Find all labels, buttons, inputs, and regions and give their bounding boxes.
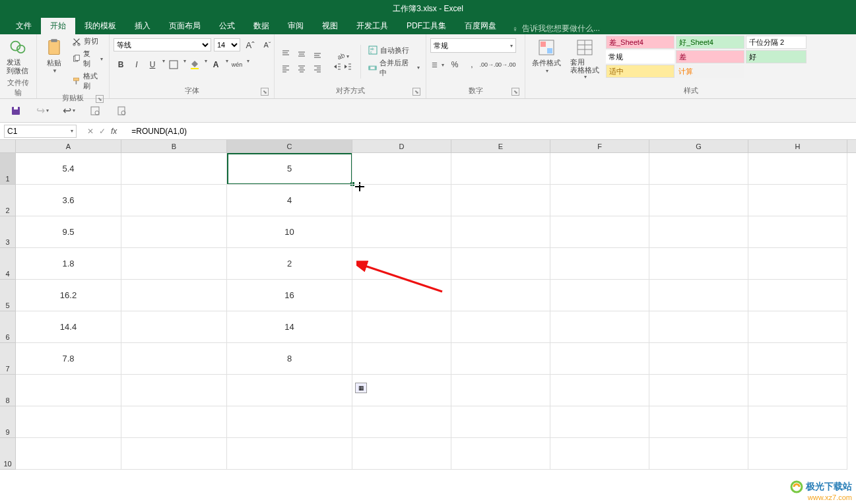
cell-H8[interactable] [748,375,847,406]
align-top-button[interactable] [279,47,293,61]
cell-G6[interactable] [649,311,748,343]
tab-layout[interactable]: 页面布局 [160,18,210,34]
cell-E3[interactable] [451,216,550,248]
cancel-formula-button[interactable]: ✕ [87,127,94,136]
style-normal[interactable]: 常规 [606,50,675,63]
name-box[interactable]: C1 ▾ [4,125,77,138]
col-header-E[interactable]: E [451,140,550,152]
increase-font-button[interactable]: Aˆ [243,38,257,51]
cell-E7[interactable] [451,343,550,375]
tab-developer[interactable]: 开发工具 [347,18,397,34]
row-header-7[interactable]: 7 [0,343,16,375]
cell-G5[interactable] [649,280,748,311]
cell-G2[interactable] [649,185,748,216]
undo-button[interactable]: ↩▾ [62,104,75,117]
col-header-H[interactable]: H [748,140,847,152]
align-middle-button[interactable] [294,47,309,61]
border-button[interactable] [166,58,181,71]
tab-view[interactable]: 视图 [313,18,347,34]
accept-formula-button[interactable]: ✓ [99,127,106,136]
cell-C8[interactable] [227,375,352,406]
row-header-1[interactable]: 1 [0,153,16,185]
cell-G8[interactable] [649,375,748,406]
cell-D8[interactable] [352,375,451,406]
cell-B7[interactable] [121,343,227,375]
cell-A9[interactable] [16,406,121,438]
tab-insert[interactable]: 插入 [125,18,160,34]
row-header-2[interactable]: 2 [0,185,16,216]
cell-G3[interactable] [649,216,748,248]
format-painter-button[interactable]: 格式刷 [70,71,105,92]
fx-button[interactable]: fx [111,127,117,136]
cell-H6[interactable] [748,311,847,343]
cell-H7[interactable] [748,343,847,375]
style-bad[interactable]: 差_Sheet4 [606,36,675,49]
cell-B10[interactable] [121,438,227,470]
cell-A3[interactable]: 9.5 [16,216,121,248]
tab-data[interactable]: 数据 [244,18,279,34]
col-header-B[interactable]: B [121,140,227,152]
cell-B9[interactable] [121,406,227,438]
cell-H5[interactable] [748,280,847,311]
align-right-button[interactable] [310,62,325,75]
cell-C3[interactable]: 10 [227,216,352,248]
cell-A1[interactable]: 5.4 [16,153,121,185]
cell-B4[interactable] [121,248,227,280]
cell-E8[interactable] [451,375,550,406]
cell-D3[interactable] [352,216,451,248]
cell-D2[interactable] [352,185,451,216]
table-format-button[interactable]: 套用 表格格式▾ [568,36,602,81]
cells-area[interactable]: ▦ 5.453.649.5101.8216.21614.4147.88 [16,153,847,496]
cell-A6[interactable]: 14.4 [16,311,121,343]
cell-A2[interactable]: 3.6 [16,185,121,216]
style-neutral[interactable]: 适中 [606,65,675,78]
cell-H2[interactable] [748,185,847,216]
row-header-3[interactable]: 3 [0,216,16,248]
cell-B2[interactable] [121,185,227,216]
align-launcher[interactable]: ⬊ [412,88,420,96]
cell-F5[interactable] [550,280,649,311]
cell-G9[interactable] [649,406,748,438]
cell-D9[interactable] [352,406,451,438]
font-size-select[interactable]: 14 [214,38,240,51]
number-format-select[interactable]: 常规 ▾ [430,38,516,53]
cell-H3[interactable] [748,216,847,248]
qat-btn-1[interactable] [88,104,102,117]
number-launcher[interactable]: ⬊ [511,88,519,96]
tab-formulas[interactable]: 公式 [210,18,244,34]
cell-F6[interactable] [550,311,649,343]
align-left-button[interactable] [279,62,293,75]
cell-B6[interactable] [121,311,227,343]
cell-C6[interactable]: 14 [227,311,352,343]
wrap-text-button[interactable]: abc 自动换行 [366,45,422,56]
cell-C1[interactable]: 5 [227,153,352,185]
underline-button[interactable]: U [145,58,160,71]
row-header-5[interactable]: 5 [0,280,16,311]
cell-F2[interactable] [550,185,649,216]
style-good[interactable]: 好_Sheet4 [676,36,744,49]
cell-F1[interactable] [550,153,649,185]
copy-button[interactable]: 复制▾ [70,48,105,69]
decrease-decimal-button[interactable]: .0→.00 [499,58,513,71]
cell-A5[interactable]: 16.2 [16,280,121,311]
row-header-8[interactable]: 8 [0,375,16,406]
align-center-button[interactable] [294,62,309,75]
cell-D7[interactable] [352,343,451,375]
cell-G10[interactable] [649,438,748,470]
col-header-A[interactable]: A [16,140,121,152]
row-header-6[interactable]: 6 [0,311,16,343]
cell-D5[interactable] [352,280,451,311]
bold-button[interactable]: B [114,58,128,71]
clipboard-launcher[interactable]: ⬊ [96,95,104,103]
cell-B1[interactable] [121,153,227,185]
cell-B8[interactable] [121,375,227,406]
select-all-corner[interactable] [0,140,16,152]
cell-D6[interactable] [352,311,451,343]
decrease-font-button[interactable]: Aˇ [260,38,275,51]
cell-H1[interactable] [748,153,847,185]
increase-indent-button[interactable] [343,62,352,71]
paste-button[interactable]: 粘贴 ▼ [41,36,67,75]
cell-F10[interactable] [550,438,649,470]
formula-input[interactable]: =ROUND(A1,0) [127,127,856,136]
cell-H10[interactable] [748,438,847,470]
